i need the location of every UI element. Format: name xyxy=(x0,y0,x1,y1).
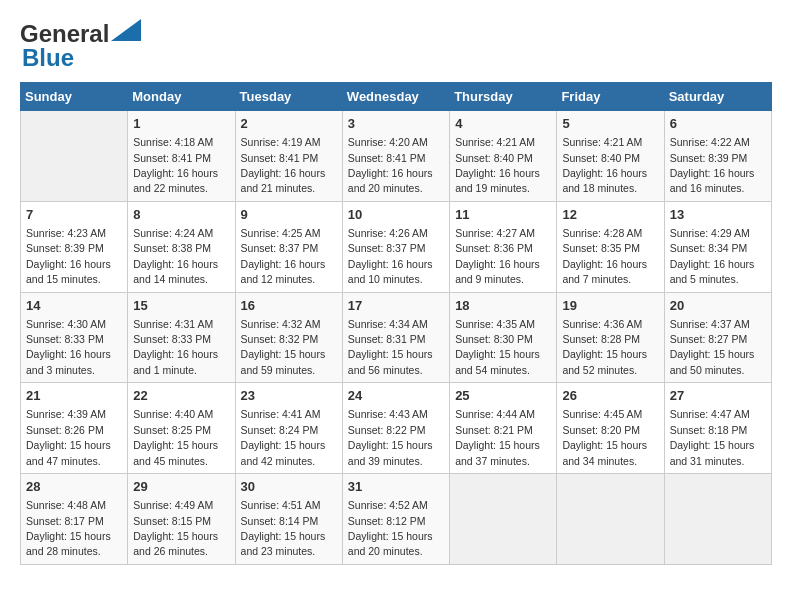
day-number: 25 xyxy=(455,387,551,405)
day-cell: 22Sunrise: 4:40 AM Sunset: 8:25 PM Dayli… xyxy=(128,383,235,474)
day-number: 16 xyxy=(241,297,337,315)
day-number: 8 xyxy=(133,206,229,224)
col-header-monday: Monday xyxy=(128,83,235,111)
day-number: 6 xyxy=(670,115,766,133)
day-cell: 10Sunrise: 4:26 AM Sunset: 8:37 PM Dayli… xyxy=(342,201,449,292)
day-cell: 20Sunrise: 4:37 AM Sunset: 8:27 PM Dayli… xyxy=(664,292,771,383)
day-detail: Sunrise: 4:22 AM Sunset: 8:39 PM Dayligh… xyxy=(670,136,755,194)
day-detail: Sunrise: 4:48 AM Sunset: 8:17 PM Dayligh… xyxy=(26,499,111,557)
day-cell: 7Sunrise: 4:23 AM Sunset: 8:39 PM Daylig… xyxy=(21,201,128,292)
day-number: 29 xyxy=(133,478,229,496)
day-number: 19 xyxy=(562,297,658,315)
day-number: 7 xyxy=(26,206,122,224)
day-detail: Sunrise: 4:20 AM Sunset: 8:41 PM Dayligh… xyxy=(348,136,433,194)
day-number: 9 xyxy=(241,206,337,224)
day-cell: 25Sunrise: 4:44 AM Sunset: 8:21 PM Dayli… xyxy=(450,383,557,474)
day-number: 17 xyxy=(348,297,444,315)
day-cell: 2Sunrise: 4:19 AM Sunset: 8:41 PM Daylig… xyxy=(235,111,342,202)
day-detail: Sunrise: 4:29 AM Sunset: 8:34 PM Dayligh… xyxy=(670,227,755,285)
day-cell: 13Sunrise: 4:29 AM Sunset: 8:34 PM Dayli… xyxy=(664,201,771,292)
day-cell: 17Sunrise: 4:34 AM Sunset: 8:31 PM Dayli… xyxy=(342,292,449,383)
day-cell: 5Sunrise: 4:21 AM Sunset: 8:40 PM Daylig… xyxy=(557,111,664,202)
day-cell: 11Sunrise: 4:27 AM Sunset: 8:36 PM Dayli… xyxy=(450,201,557,292)
col-header-wednesday: Wednesday xyxy=(342,83,449,111)
day-cell: 29Sunrise: 4:49 AM Sunset: 8:15 PM Dayli… xyxy=(128,474,235,565)
day-cell: 18Sunrise: 4:35 AM Sunset: 8:30 PM Dayli… xyxy=(450,292,557,383)
day-detail: Sunrise: 4:21 AM Sunset: 8:40 PM Dayligh… xyxy=(455,136,540,194)
day-detail: Sunrise: 4:19 AM Sunset: 8:41 PM Dayligh… xyxy=(241,136,326,194)
day-cell xyxy=(664,474,771,565)
day-number: 18 xyxy=(455,297,551,315)
day-cell: 15Sunrise: 4:31 AM Sunset: 8:33 PM Dayli… xyxy=(128,292,235,383)
day-number: 15 xyxy=(133,297,229,315)
col-header-saturday: Saturday xyxy=(664,83,771,111)
day-cell xyxy=(450,474,557,565)
day-number: 30 xyxy=(241,478,337,496)
day-detail: Sunrise: 4:32 AM Sunset: 8:32 PM Dayligh… xyxy=(241,318,326,376)
day-number: 12 xyxy=(562,206,658,224)
day-detail: Sunrise: 4:49 AM Sunset: 8:15 PM Dayligh… xyxy=(133,499,218,557)
day-detail: Sunrise: 4:45 AM Sunset: 8:20 PM Dayligh… xyxy=(562,408,647,466)
day-detail: Sunrise: 4:52 AM Sunset: 8:12 PM Dayligh… xyxy=(348,499,433,557)
header-row: SundayMondayTuesdayWednesdayThursdayFrid… xyxy=(21,83,772,111)
calendar-table: SundayMondayTuesdayWednesdayThursdayFrid… xyxy=(20,82,772,565)
day-detail: Sunrise: 4:43 AM Sunset: 8:22 PM Dayligh… xyxy=(348,408,433,466)
week-row-1: 1Sunrise: 4:18 AM Sunset: 8:41 PM Daylig… xyxy=(21,111,772,202)
col-header-friday: Friday xyxy=(557,83,664,111)
day-detail: Sunrise: 4:37 AM Sunset: 8:27 PM Dayligh… xyxy=(670,318,755,376)
day-cell: 19Sunrise: 4:36 AM Sunset: 8:28 PM Dayli… xyxy=(557,292,664,383)
day-detail: Sunrise: 4:31 AM Sunset: 8:33 PM Dayligh… xyxy=(133,318,218,376)
day-cell: 21Sunrise: 4:39 AM Sunset: 8:26 PM Dayli… xyxy=(21,383,128,474)
day-detail: Sunrise: 4:23 AM Sunset: 8:39 PM Dayligh… xyxy=(26,227,111,285)
day-detail: Sunrise: 4:34 AM Sunset: 8:31 PM Dayligh… xyxy=(348,318,433,376)
day-cell: 28Sunrise: 4:48 AM Sunset: 8:17 PM Dayli… xyxy=(21,474,128,565)
day-number: 22 xyxy=(133,387,229,405)
logo: General Blue xyxy=(20,20,141,72)
day-detail: Sunrise: 4:25 AM Sunset: 8:37 PM Dayligh… xyxy=(241,227,326,285)
week-row-2: 7Sunrise: 4:23 AM Sunset: 8:39 PM Daylig… xyxy=(21,201,772,292)
page-header: General Blue xyxy=(20,20,772,72)
col-header-sunday: Sunday xyxy=(21,83,128,111)
col-header-thursday: Thursday xyxy=(450,83,557,111)
day-number: 14 xyxy=(26,297,122,315)
day-cell: 30Sunrise: 4:51 AM Sunset: 8:14 PM Dayli… xyxy=(235,474,342,565)
day-number: 11 xyxy=(455,206,551,224)
day-cell: 14Sunrise: 4:30 AM Sunset: 8:33 PM Dayli… xyxy=(21,292,128,383)
day-detail: Sunrise: 4:40 AM Sunset: 8:25 PM Dayligh… xyxy=(133,408,218,466)
day-number: 24 xyxy=(348,387,444,405)
day-cell: 3Sunrise: 4:20 AM Sunset: 8:41 PM Daylig… xyxy=(342,111,449,202)
day-number: 31 xyxy=(348,478,444,496)
day-cell: 31Sunrise: 4:52 AM Sunset: 8:12 PM Dayli… xyxy=(342,474,449,565)
day-number: 28 xyxy=(26,478,122,496)
day-cell: 4Sunrise: 4:21 AM Sunset: 8:40 PM Daylig… xyxy=(450,111,557,202)
day-detail: Sunrise: 4:47 AM Sunset: 8:18 PM Dayligh… xyxy=(670,408,755,466)
day-detail: Sunrise: 4:51 AM Sunset: 8:14 PM Dayligh… xyxy=(241,499,326,557)
logo-icon xyxy=(111,19,141,41)
day-number: 27 xyxy=(670,387,766,405)
day-detail: Sunrise: 4:21 AM Sunset: 8:40 PM Dayligh… xyxy=(562,136,647,194)
day-number: 2 xyxy=(241,115,337,133)
day-detail: Sunrise: 4:44 AM Sunset: 8:21 PM Dayligh… xyxy=(455,408,540,466)
svg-marker-0 xyxy=(111,19,141,41)
day-cell: 12Sunrise: 4:28 AM Sunset: 8:35 PM Dayli… xyxy=(557,201,664,292)
day-detail: Sunrise: 4:41 AM Sunset: 8:24 PM Dayligh… xyxy=(241,408,326,466)
day-number: 3 xyxy=(348,115,444,133)
day-number: 10 xyxy=(348,206,444,224)
col-header-tuesday: Tuesday xyxy=(235,83,342,111)
day-detail: Sunrise: 4:36 AM Sunset: 8:28 PM Dayligh… xyxy=(562,318,647,376)
day-detail: Sunrise: 4:18 AM Sunset: 8:41 PM Dayligh… xyxy=(133,136,218,194)
day-detail: Sunrise: 4:27 AM Sunset: 8:36 PM Dayligh… xyxy=(455,227,540,285)
week-row-5: 28Sunrise: 4:48 AM Sunset: 8:17 PM Dayli… xyxy=(21,474,772,565)
day-number: 5 xyxy=(562,115,658,133)
day-number: 26 xyxy=(562,387,658,405)
day-detail: Sunrise: 4:28 AM Sunset: 8:35 PM Dayligh… xyxy=(562,227,647,285)
logo-blue: Blue xyxy=(22,44,74,72)
day-detail: Sunrise: 4:26 AM Sunset: 8:37 PM Dayligh… xyxy=(348,227,433,285)
day-number: 20 xyxy=(670,297,766,315)
day-cell: 27Sunrise: 4:47 AM Sunset: 8:18 PM Dayli… xyxy=(664,383,771,474)
day-detail: Sunrise: 4:24 AM Sunset: 8:38 PM Dayligh… xyxy=(133,227,218,285)
day-cell: 8Sunrise: 4:24 AM Sunset: 8:38 PM Daylig… xyxy=(128,201,235,292)
day-cell: 26Sunrise: 4:45 AM Sunset: 8:20 PM Dayli… xyxy=(557,383,664,474)
day-cell xyxy=(21,111,128,202)
day-cell: 1Sunrise: 4:18 AM Sunset: 8:41 PM Daylig… xyxy=(128,111,235,202)
